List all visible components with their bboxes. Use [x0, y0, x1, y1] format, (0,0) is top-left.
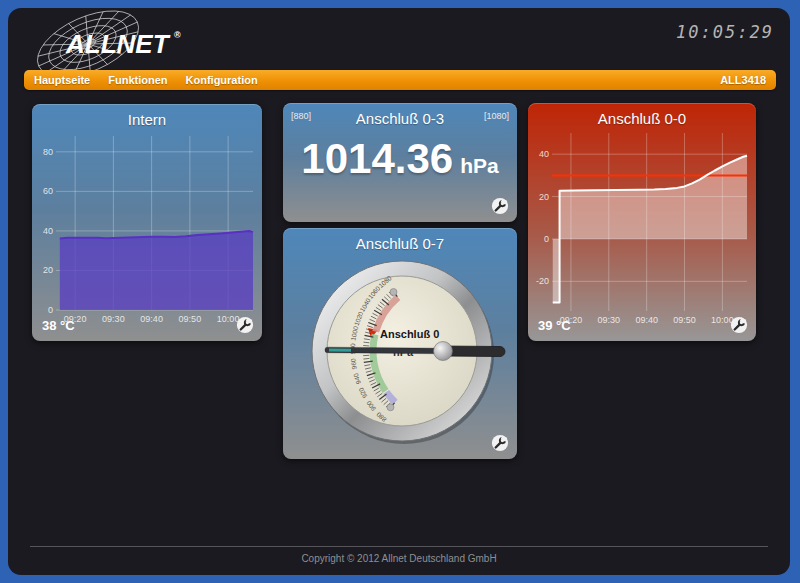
svg-text:0: 0 [48, 305, 53, 315]
panel-anschluss-0-7: Anschluß 0 hPa 8809009209409609801000102… [283, 228, 517, 459]
panel-title: Anschluß 0-3 [283, 110, 517, 127]
svg-text:80: 80 [43, 147, 53, 157]
panel-intern: Intern 09:2009:3009:4009:5010:0002040608… [32, 104, 262, 341]
main-page: ALLNET ® 10:05:29 Hauptseite Funktionen … [8, 8, 790, 575]
svg-text:20: 20 [43, 265, 53, 275]
pressure-unit: hPa [460, 154, 499, 177]
wrench-icon[interactable] [491, 434, 509, 452]
pressure-readout: 1014.36hPa [283, 135, 517, 183]
svg-text:20: 20 [539, 192, 549, 202]
device-model-label: ALL3418 [720, 74, 766, 86]
svg-text:40: 40 [43, 226, 53, 236]
svg-text:60: 60 [43, 186, 53, 196]
brand-name: ALLNET [65, 29, 171, 59]
current-temperature: 38 °C [42, 318, 75, 333]
pressure-gauge: Anschluß 0 hPa 8809009209409609801000102… [283, 228, 517, 459]
panel-title: Anschluß 0-0 [528, 110, 756, 127]
panel-title: Anschluß 0-7 [283, 235, 517, 252]
svg-text:-20: -20 [536, 276, 549, 286]
registered-mark: ® [174, 30, 181, 40]
scale-max-label: [1080] [484, 111, 509, 121]
panel-anschluss-0-3: [880] Anschluß 0-3 [1080] 1014.36hPa [283, 103, 517, 222]
footer-copyright: Copyright © 2012 Allnet Deutschland GmbH [30, 546, 768, 564]
panel-title: Intern [32, 111, 262, 128]
wrench-icon[interactable] [491, 197, 509, 215]
pressure-value: 1014.36 [301, 135, 453, 182]
digital-clock: 10:05:29 [676, 22, 774, 42]
svg-text:09:40: 09:40 [140, 314, 163, 324]
current-temperature: 39 °C [538, 318, 571, 333]
wrench-icon[interactable] [236, 316, 254, 334]
panel-anschluss-0-0: Anschluß 0-0 09:2009:3009:4009:5010:00-2… [528, 103, 756, 341]
svg-text:0: 0 [544, 234, 549, 244]
svg-text:09:50: 09:50 [673, 315, 696, 325]
nav-item-konfiguration[interactable]: Konfiguration [186, 74, 258, 86]
allnet-logo: ALLNET ® [26, 10, 206, 74]
intern-temperature-chart: 09:2009:3009:4009:5010:00020406080 [32, 130, 262, 326]
wrench-icon[interactable] [730, 316, 748, 334]
svg-text:09:30: 09:30 [598, 315, 621, 325]
nav-item-hauptseite[interactable]: Hauptseite [34, 74, 90, 86]
gauge-channel-label: Anschluß 0 [380, 328, 439, 340]
svg-text:09:50: 09:50 [179, 314, 202, 324]
main-nav: Hauptseite Funktionen Konfiguration ALL3… [24, 70, 776, 90]
svg-text:40: 40 [539, 149, 549, 159]
nav-item-funktionen[interactable]: Funktionen [108, 74, 167, 86]
svg-text:09:30: 09:30 [102, 314, 125, 324]
svg-text:09:40: 09:40 [635, 315, 658, 325]
anschluss-0-0-temperature-chart: 09:2009:3009:4009:5010:00-2002040 [528, 127, 756, 327]
